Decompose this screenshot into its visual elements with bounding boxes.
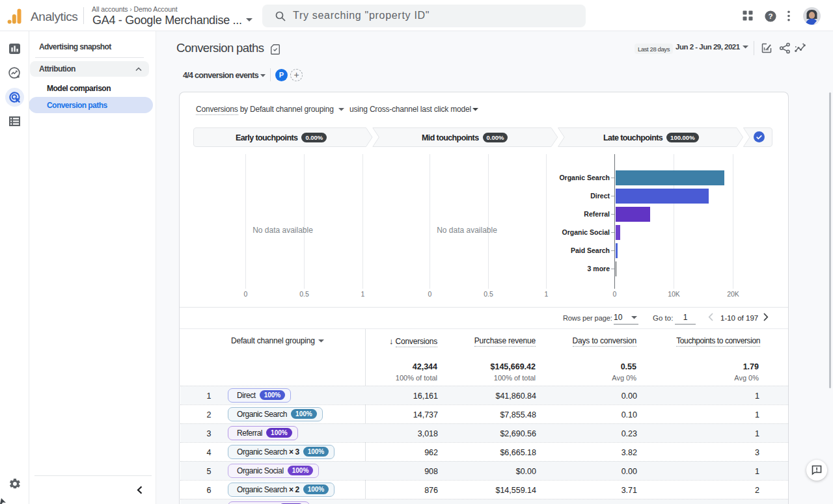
- svg-text:?: ?: [768, 12, 772, 20]
